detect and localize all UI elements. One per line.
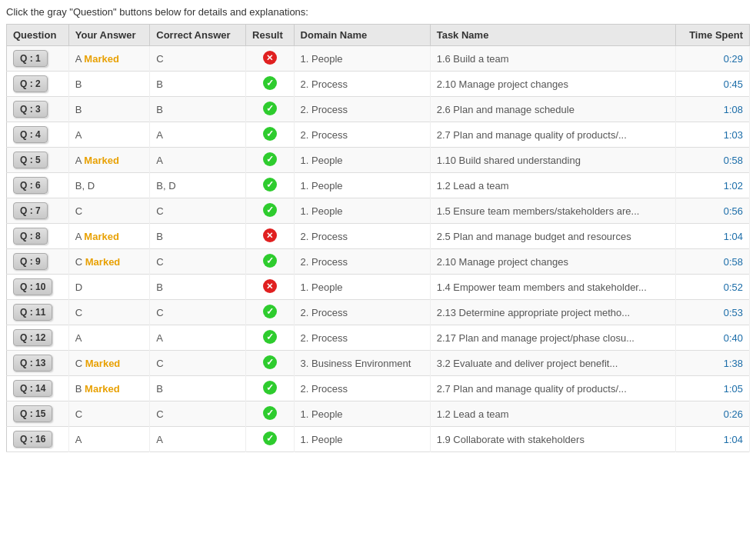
table-row: Q : 6B, DB, D1. People1.2 Lead a team1:0… — [7, 173, 750, 198]
table-row: Q : 5A MarkedA1. People1.10 Build shared… — [7, 148, 750, 173]
header-task-name: Task Name — [430, 25, 676, 46]
task-cell: 3.2 Evaluate and deliver project benefit… — [430, 351, 676, 376]
task-cell: 1.2 Lead a team — [430, 173, 676, 198]
task-cell: 1.2 Lead a team — [430, 401, 676, 427]
correct-icon — [263, 152, 277, 166]
correct-answer-cell: C — [150, 401, 246, 427]
header-time-spent: Time Spent — [676, 25, 750, 46]
correct-answer-cell: C — [150, 300, 246, 325]
domain-cell: 1. People — [294, 148, 430, 173]
result-cell — [246, 275, 294, 300]
table-row: Q : 11CC2. Process2.13 Determine appropr… — [7, 300, 750, 325]
correct-answer-cell: C — [150, 46, 246, 72]
your-answer-cell: B Marked — [68, 376, 149, 401]
wrong-icon — [263, 51, 277, 65]
task-cell: 1.5 Ensure team members/stakeholders are… — [430, 198, 676, 224]
result-cell — [246, 72, 294, 97]
question-button[interactable]: Q : 9 — [13, 253, 48, 270]
correct-icon — [263, 127, 277, 141]
correct-icon — [263, 355, 277, 369]
table-row: Q : 7CC1. People1.5 Ensure team members/… — [7, 198, 750, 224]
domain-cell: 1. People — [294, 46, 430, 72]
correct-icon — [263, 254, 277, 268]
result-cell — [246, 300, 294, 325]
header-result: Result — [246, 25, 294, 46]
question-button[interactable]: Q : 10 — [13, 278, 52, 295]
table-row: Q : 14B MarkedB2. Process2.7 Plan and ma… — [7, 376, 750, 401]
domain-cell: 2. Process — [294, 122, 430, 148]
domain-cell: 2. Process — [294, 300, 430, 325]
task-cell: 2.17 Plan and manage project/phase closu… — [430, 325, 676, 351]
domain-cell: 1. People — [294, 173, 430, 198]
question-button[interactable]: Q : 3 — [13, 101, 48, 118]
table-row: Q : 12AA2. Process2.17 Plan and manage p… — [7, 325, 750, 351]
header-domain-name: Domain Name — [294, 25, 430, 46]
question-button[interactable]: Q : 14 — [13, 380, 52, 397]
task-cell: 2.5 Plan and manage budget and resources — [430, 224, 676, 249]
domain-cell: 2. Process — [294, 224, 430, 249]
correct-answer-cell: A — [150, 427, 246, 452]
domain-cell: 2. Process — [294, 376, 430, 401]
result-cell — [246, 249, 294, 275]
domain-cell: 1. People — [294, 275, 430, 300]
correct-icon — [263, 305, 277, 318]
question-button[interactable]: Q : 13 — [13, 355, 52, 371]
header-question: Question — [7, 25, 69, 46]
your-answer-cell: A — [68, 122, 149, 148]
your-answer-cell: C Marked — [68, 351, 149, 376]
time-cell: 1:38 — [676, 351, 750, 376]
domain-cell: 1. People — [294, 198, 430, 224]
your-answer-cell: C — [68, 198, 149, 224]
question-button[interactable]: Q : 5 — [13, 152, 48, 168]
time-cell: 0:45 — [676, 72, 750, 97]
domain-cell: 2. Process — [294, 97, 430, 122]
question-button[interactable]: Q : 11 — [13, 304, 52, 321]
table-row: Q : 4AA2. Process2.7 Plan and manage qua… — [7, 122, 750, 148]
time-cell: 0:56 — [676, 198, 750, 224]
correct-icon — [263, 76, 277, 90]
correct-icon — [263, 406, 277, 420]
question-button[interactable]: Q : 2 — [13, 75, 48, 92]
task-cell: 1.4 Empower team members and stakeholder… — [430, 275, 676, 300]
question-button[interactable]: Q : 7 — [13, 202, 48, 219]
your-answer-cell: A Marked — [68, 224, 149, 249]
table-row: Q : 2BB2. Process2.10 Manage project cha… — [7, 72, 750, 97]
task-cell: 2.7 Plan and manage quality of products/… — [430, 376, 676, 401]
time-cell: 0:26 — [676, 401, 750, 427]
result-cell — [246, 122, 294, 148]
table-row: Q : 1A MarkedC1. People1.6 Build a team0… — [7, 46, 750, 72]
correct-icon — [263, 431, 277, 445]
correct-icon — [263, 203, 277, 217]
table-row: Q : 8A MarkedB2. Process2.5 Plan and man… — [7, 224, 750, 249]
header-correct-answer: Correct Answer — [150, 25, 246, 46]
correct-answer-cell: C — [150, 249, 246, 275]
table-row: Q : 16AA1. People1.9 Collaborate with st… — [7, 427, 750, 452]
result-cell — [246, 376, 294, 401]
your-answer-cell: C — [68, 300, 149, 325]
correct-icon — [263, 178, 277, 192]
task-cell: 2.7 Plan and manage quality of products/… — [430, 122, 676, 148]
results-table: Question Your Answer Correct Answer Resu… — [6, 24, 750, 452]
question-button[interactable]: Q : 16 — [13, 431, 52, 448]
domain-cell: 1. People — [294, 401, 430, 427]
table-header-row: Question Your Answer Correct Answer Resu… — [7, 25, 750, 46]
wrong-icon — [263, 228, 277, 242]
your-answer-cell: D — [68, 275, 149, 300]
question-button[interactable]: Q : 8 — [13, 228, 48, 245]
your-answer-cell: B, D — [68, 173, 149, 198]
your-answer-cell: A — [68, 427, 149, 452]
time-cell: 1:02 — [676, 173, 750, 198]
correct-answer-cell: B — [150, 72, 246, 97]
result-cell — [246, 148, 294, 173]
question-button[interactable]: Q : 15 — [13, 405, 52, 422]
question-button[interactable]: Q : 1 — [13, 50, 48, 67]
result-cell — [246, 46, 294, 72]
result-cell — [246, 427, 294, 452]
table-row: Q : 10DB1. People1.4 Empower team member… — [7, 275, 750, 300]
question-button[interactable]: Q : 12 — [13, 329, 52, 346]
header-your-answer: Your Answer — [68, 25, 149, 46]
domain-cell: 3. Business Environment — [294, 351, 430, 376]
correct-answer-cell: B, D — [150, 173, 246, 198]
question-button[interactable]: Q : 4 — [13, 126, 48, 143]
question-button[interactable]: Q : 6 — [13, 177, 48, 194]
